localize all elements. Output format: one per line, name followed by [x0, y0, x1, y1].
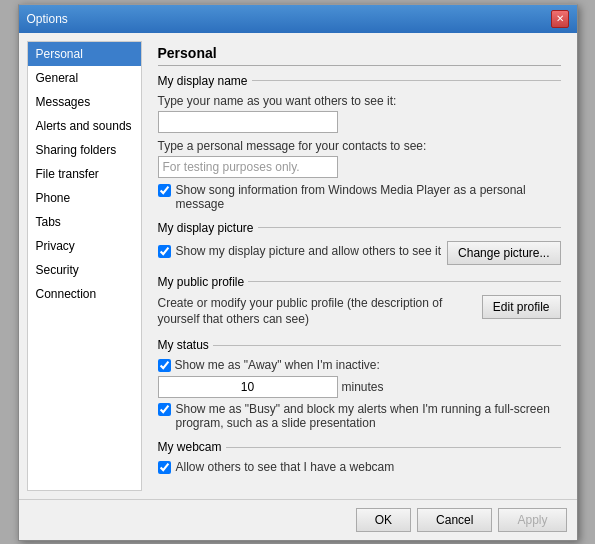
status-line — [213, 345, 561, 346]
cancel-button[interactable]: Cancel — [417, 508, 492, 532]
show-display-picture-row: Show my display picture and allow others… — [158, 244, 448, 258]
title-bar: Options ✕ — [19, 5, 577, 33]
display-picture-header: My display picture — [158, 221, 561, 235]
sidebar-item-file-transfer[interactable]: File transfer — [28, 162, 141, 186]
public-profile-row: Create or modify your public profile (th… — [158, 295, 561, 329]
sidebar-item-privacy[interactable]: Privacy — [28, 234, 141, 258]
webcam-header: My webcam — [158, 440, 561, 454]
sidebar-item-phone[interactable]: Phone — [28, 186, 141, 210]
options-window: Options ✕ Personal General Messages Aler… — [18, 4, 578, 541]
webcam-line — [226, 447, 561, 448]
away-status-label-before: Show me as "Away" when I'm inactive: — [175, 358, 380, 372]
footer: OK Cancel Apply — [19, 499, 577, 540]
sidebar-item-alerts-and-sounds[interactable]: Alerts and sounds — [28, 114, 141, 138]
sidebar-item-tabs[interactable]: Tabs — [28, 210, 141, 234]
apply-button[interactable]: Apply — [498, 508, 566, 532]
public-profile-line — [248, 281, 560, 282]
public-profile-section: My public profile Create or modify your … — [158, 275, 561, 329]
allow-webcam-label: Allow others to see that I have a webcam — [176, 460, 395, 474]
sidebar-item-sharing-folders[interactable]: Sharing folders — [28, 138, 141, 162]
display-picture-row: Show my display picture and allow others… — [158, 241, 561, 265]
ok-button[interactable]: OK — [356, 508, 411, 532]
show-song-info-row: Show song information from Windows Media… — [158, 183, 561, 211]
status-title: My status — [158, 338, 209, 352]
content-area: Personal General Messages Alerts and sou… — [19, 33, 577, 499]
allow-webcam-row: Allow others to see that I have a webcam — [158, 460, 561, 474]
away-minutes-input[interactable] — [158, 376, 338, 398]
display-picture-title: My display picture — [158, 221, 254, 235]
edit-profile-button[interactable]: Edit profile — [482, 295, 561, 319]
public-profile-title: My public profile — [158, 275, 245, 289]
webcam-title: My webcam — [158, 440, 222, 454]
display-name-header: My display name — [158, 74, 561, 88]
allow-webcam-checkbox[interactable] — [158, 461, 171, 474]
main-panel: Personal My display name Type your name … — [150, 41, 569, 491]
sidebar-item-general[interactable]: General — [28, 66, 141, 90]
window-title: Options — [27, 12, 68, 26]
busy-status-label: Show me as "Busy" and block my alerts wh… — [176, 402, 561, 430]
sidebar-item-connection[interactable]: Connection — [28, 282, 141, 306]
busy-status-row: Show me as "Busy" and block my alerts wh… — [158, 402, 561, 430]
webcam-section: My webcam Allow others to see that I hav… — [158, 440, 561, 474]
sidebar-item-security[interactable]: Security — [28, 258, 141, 282]
display-name-line — [252, 80, 561, 81]
sidebar: Personal General Messages Alerts and sou… — [27, 41, 142, 491]
panel-title: Personal — [158, 45, 561, 66]
display-picture-section: My display picture Show my display pictu… — [158, 221, 561, 265]
sidebar-item-messages[interactable]: Messages — [28, 90, 141, 114]
display-name-field1-label: Type your name as you want others to see… — [158, 94, 561, 108]
display-name-title: My display name — [158, 74, 248, 88]
display-name-section: My display name Type your name as you wa… — [158, 74, 561, 211]
personal-message-input[interactable] — [158, 156, 338, 178]
show-display-picture-checkbox[interactable] — [158, 245, 171, 258]
display-picture-line — [258, 227, 561, 228]
away-status-label-after: minutes — [342, 380, 384, 394]
public-profile-header: My public profile — [158, 275, 561, 289]
display-picture-left: Show my display picture and allow others… — [158, 244, 448, 262]
away-status-checkbox[interactable] — [158, 359, 171, 372]
public-profile-description: Create or modify your public profile (th… — [158, 295, 474, 329]
close-button[interactable]: ✕ — [551, 10, 569, 28]
status-section: My status Show me as "Away" when I'm ina… — [158, 338, 561, 430]
busy-status-checkbox[interactable] — [158, 403, 171, 416]
status-header: My status — [158, 338, 561, 352]
away-status-row: Show me as "Away" when I'm inactive: min… — [158, 358, 561, 398]
sidebar-item-personal[interactable]: Personal — [28, 42, 141, 66]
change-picture-button[interactable]: Change picture... — [447, 241, 560, 265]
show-display-picture-label: Show my display picture and allow others… — [176, 244, 441, 258]
show-song-info-label: Show song information from Windows Media… — [176, 183, 561, 211]
show-song-info-checkbox[interactable] — [158, 184, 171, 197]
display-name-field2-label: Type a personal message for your contact… — [158, 139, 561, 153]
display-name-input[interactable] — [158, 111, 338, 133]
